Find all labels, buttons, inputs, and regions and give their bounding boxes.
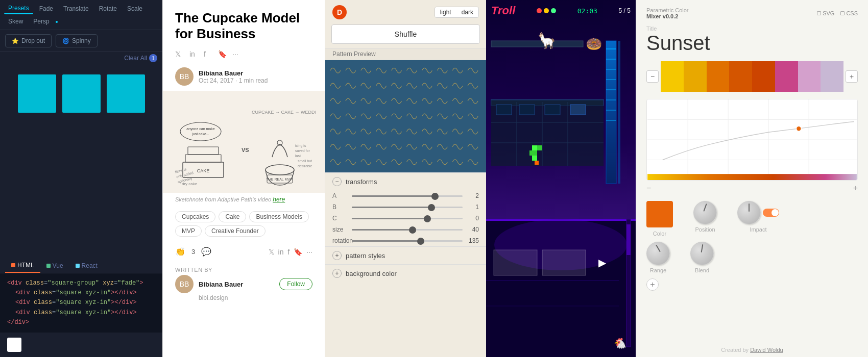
background-color-header[interactable]: + background color bbox=[325, 265, 486, 282]
export-css-label: CSS bbox=[846, 10, 858, 16]
tab-scale[interactable]: Scale bbox=[123, 4, 147, 14]
tag-cupcakes[interactable]: Cupcakes bbox=[175, 211, 215, 222]
svg-rect-32 bbox=[606, 99, 616, 100]
tab-fade[interactable]: Fade bbox=[35, 4, 57, 14]
footer-facebook-icon[interactable]: f bbox=[287, 248, 290, 256]
written-by-label: WRITTEN BY bbox=[163, 262, 325, 275]
twitter-icon[interactable]: 𝕏 bbox=[175, 50, 184, 59]
tab-persp[interactable]: Persp bbox=[29, 16, 53, 27]
pattern-styles-header[interactable]: + pattern styles bbox=[325, 247, 486, 264]
dark-toggle[interactable]: dark bbox=[456, 7, 478, 17]
slider-c-track[interactable] bbox=[352, 218, 463, 219]
swatch-3[interactable] bbox=[707, 61, 730, 92]
footer-more-icon[interactable]: ··· bbox=[306, 248, 312, 256]
export-css-button[interactable]: CSS bbox=[840, 10, 858, 16]
svg-text:🍩: 🍩 bbox=[586, 36, 602, 52]
react-label: React bbox=[82, 262, 98, 269]
tab-translate[interactable]: Translate bbox=[59, 4, 93, 14]
code-line-1: <div class="square-group" xyz="fade"> bbox=[7, 278, 155, 288]
swatch-1[interactable] bbox=[661, 61, 684, 92]
remove-swatch-button[interactable]: − bbox=[646, 70, 659, 83]
spinny-button[interactable]: 🌀 Spinny bbox=[56, 34, 98, 47]
color-label: Color bbox=[653, 231, 666, 237]
created-by-author-link[interactable]: Dawid Woldu bbox=[750, 347, 783, 353]
tab-vue[interactable]: Vue bbox=[40, 259, 69, 273]
slider-b-track[interactable] bbox=[352, 207, 463, 208]
tag-business-models[interactable]: Business Models bbox=[249, 211, 309, 222]
slider-rotation-track[interactable] bbox=[352, 240, 463, 242]
color-title-label: Title bbox=[646, 26, 858, 32]
clear-badge: 1 bbox=[149, 54, 157, 62]
written-author-name: Bibiana Bauer bbox=[199, 280, 243, 288]
transforms-toggle-icon: − bbox=[332, 177, 342, 186]
tag-cake[interactable]: Cake bbox=[219, 211, 246, 222]
clear-all-text[interactable]: Clear All bbox=[124, 55, 147, 62]
tab-html[interactable]: HTML bbox=[5, 259, 40, 273]
impact-switch-track[interactable] bbox=[763, 209, 779, 217]
svg-rect-58 bbox=[542, 250, 586, 275]
swatch-8[interactable] bbox=[821, 61, 843, 92]
game-logo: Troll bbox=[491, 4, 515, 17]
created-by-prefix: Created by bbox=[721, 347, 749, 353]
pattern-svg: // Generate wavy pattern inline via SVG … bbox=[325, 60, 486, 172]
svg-rect-61 bbox=[626, 224, 631, 255]
slider-a-row: A 2 bbox=[325, 190, 486, 201]
swatch-2[interactable] bbox=[684, 61, 707, 92]
social-row: 𝕏 in f 🔖 ··· bbox=[163, 47, 325, 62]
html-label: HTML bbox=[17, 262, 34, 269]
tab-rotate[interactable]: Rotate bbox=[95, 4, 121, 14]
add-swatch-button[interactable]: + bbox=[846, 70, 858, 83]
tab-skew[interactable]: Skew bbox=[4, 16, 27, 27]
game-canvas[interactable]: Troll 02:03 5 / 5 bbox=[486, 0, 636, 357]
bookmark-icon[interactable]: 🔖 bbox=[218, 50, 227, 59]
tag-creative-founder[interactable]: Creative Founder bbox=[205, 225, 266, 237]
game-elements: Troll 02:03 5 / 5 bbox=[486, 0, 636, 357]
footer-linkedin-icon[interactable]: in bbox=[278, 248, 284, 256]
slider-rotation-value: 135 bbox=[467, 237, 479, 244]
website-link[interactable]: bibi.design bbox=[163, 293, 325, 301]
code-line-2: <div class="square xyz-in"></div> bbox=[7, 288, 155, 298]
blend-knob[interactable] bbox=[690, 242, 714, 265]
slider-size-track[interactable] bbox=[352, 229, 463, 231]
swatch-5[interactable] bbox=[752, 61, 775, 92]
sketchnote-link[interactable]: here bbox=[273, 196, 285, 203]
more-icon[interactable]: ··· bbox=[232, 50, 242, 59]
footer-bookmark-icon[interactable]: 🔖 bbox=[294, 248, 302, 256]
impact-toggle[interactable] bbox=[737, 201, 779, 224]
light-toggle[interactable]: light bbox=[435, 7, 456, 17]
impact-knob[interactable] bbox=[737, 201, 761, 224]
comment-icon[interactable]: 💬 bbox=[201, 247, 211, 257]
transforms-header[interactable]: − transforms bbox=[325, 173, 486, 190]
clap-icon[interactable]: 👏 bbox=[175, 247, 185, 257]
color-gradient-area[interactable] bbox=[646, 99, 858, 181]
tab-react[interactable]: React bbox=[69, 259, 104, 273]
zoom-minus-button[interactable]: − bbox=[646, 184, 651, 193]
svg-text:VS: VS bbox=[242, 147, 249, 153]
svg-rect-45 bbox=[496, 105, 512, 115]
shuffle-button[interactable]: Shuffle bbox=[331, 24, 480, 44]
footer-twitter-icon[interactable]: 𝕏 bbox=[269, 248, 274, 256]
add-effect-button[interactable]: + bbox=[646, 278, 659, 291]
slider-c-thumb bbox=[424, 215, 431, 222]
svg-rect-48 bbox=[570, 105, 586, 115]
svg-rect-47 bbox=[545, 105, 560, 115]
linkedin-icon[interactable]: in bbox=[189, 50, 199, 59]
range-knob[interactable] bbox=[646, 242, 670, 265]
slider-a-track[interactable] bbox=[352, 195, 463, 197]
bg-color-toggle-icon: + bbox=[332, 269, 342, 278]
position-knob[interactable] bbox=[693, 201, 717, 224]
svg-text:🐔: 🐔 bbox=[614, 337, 626, 349]
facebook-icon[interactable]: f bbox=[204, 50, 213, 59]
swatch-4[interactable] bbox=[729, 61, 752, 92]
swatch-6[interactable] bbox=[775, 61, 798, 92]
svg-rect-27 bbox=[606, 48, 616, 49]
tag-mvp[interactable]: MVP bbox=[175, 225, 202, 237]
dropout-button[interactable]: ⭐ Drop out bbox=[5, 34, 52, 47]
color-swatches-row: − + bbox=[636, 54, 868, 99]
export-svg-button[interactable]: SVG bbox=[817, 10, 834, 16]
follow-button[interactable]: Follow bbox=[279, 278, 312, 290]
zoom-plus-button[interactable]: + bbox=[853, 184, 858, 193]
color-swatch-big[interactable] bbox=[646, 201, 673, 227]
tab-presets[interactable]: Presets bbox=[4, 3, 33, 14]
swatch-7[interactable] bbox=[798, 61, 821, 92]
